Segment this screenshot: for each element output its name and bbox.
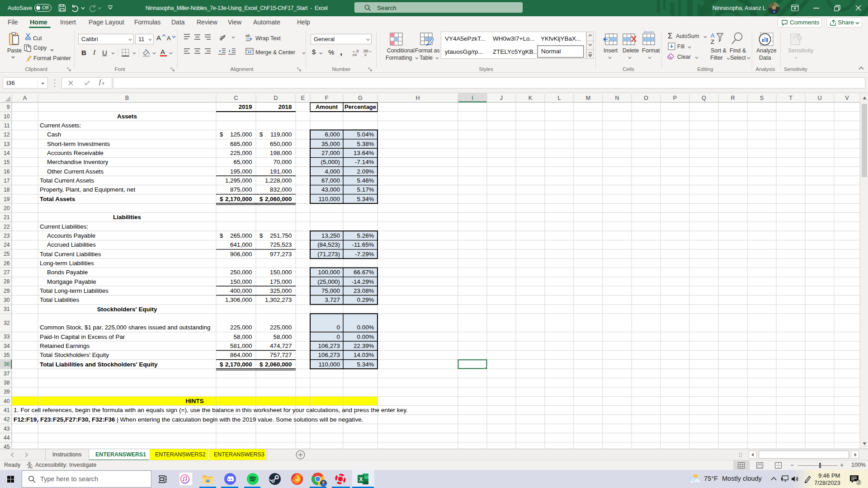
svg-text:977,273: 977,273 (270, 251, 292, 258)
svg-text:195,000: 195,000 (230, 168, 252, 175)
svg-text:864,000: 864,000 (230, 352, 252, 358)
svg-text:H: H (415, 95, 420, 101)
svg-text:65,000: 65,000 (234, 159, 252, 165)
svg-text:28: 28 (4, 278, 10, 285)
svg-text:175,000: 175,000 (270, 278, 292, 285)
svg-text:(71,273): (71,273) (317, 251, 340, 258)
svg-text:L: L (557, 95, 561, 101)
svg-text:23.08%: 23.08% (354, 287, 374, 294)
svg-text:0: 0 (337, 333, 340, 340)
svg-text:Assets: Assets (117, 113, 137, 120)
svg-text:Long-term Liabilities: Long-term Liabilities (40, 260, 94, 267)
svg-text:5.34%: 5.34% (357, 196, 374, 202)
svg-text:13,250: 13,250 (321, 232, 340, 239)
svg-text:R: R (731, 95, 735, 101)
svg-text:$: $ (259, 361, 263, 368)
svg-text:225,000: 225,000 (270, 324, 292, 331)
svg-text:F12:F19, F23:F25,F27:F30, F32:: F12:F19, F23:F25,F27:F30, F32:F36 | When… (14, 416, 363, 423)
svg-text:265,000: 265,000 (230, 232, 252, 239)
svg-text:100,000: 100,000 (318, 269, 340, 276)
svg-text:30: 30 (4, 297, 10, 303)
svg-text:832,000: 832,000 (270, 186, 292, 193)
svg-text:33: 33 (4, 333, 10, 340)
svg-text:$: $ (259, 131, 263, 138)
svg-text:43: 43 (4, 426, 10, 432)
svg-text:20: 20 (4, 205, 10, 211)
svg-text:0.29%: 0.29% (357, 296, 374, 303)
svg-text:5.26%: 5.26% (357, 232, 374, 239)
svg-text:45: 45 (4, 444, 10, 449)
svg-text:42: 42 (4, 416, 10, 422)
svg-text:K: K (528, 95, 533, 101)
svg-text:13: 13 (4, 141, 10, 147)
svg-text:$: $ (220, 232, 223, 239)
svg-text:Accounts Payable: Accounts Payable (47, 232, 95, 239)
svg-text:Accounts Receivable: Accounts Receivable (47, 150, 104, 156)
svg-text:HINTS: HINTS (185, 398, 203, 404)
svg-text:Accrued Liabilities: Accrued Liabilities (47, 241, 96, 248)
svg-text:5.46%: 5.46% (357, 177, 374, 184)
svg-text:J: J (500, 95, 503, 101)
svg-text:325,000: 325,000 (270, 287, 292, 294)
svg-text:A: A (711, 33, 715, 39)
svg-text:18: 18 (4, 187, 10, 193)
svg-text:400,000: 400,000 (230, 287, 252, 294)
svg-text:-14.29%: -14.29% (352, 278, 374, 285)
svg-text:-7.14%: -7.14% (355, 159, 374, 165)
svg-text:Mortgage Payable: Mortgage Payable (47, 278, 96, 285)
svg-text:U: U (817, 95, 821, 101)
svg-text:12: 12 (4, 131, 10, 138)
svg-text:685,000: 685,000 (230, 141, 252, 147)
svg-text:Z: Z (711, 38, 714, 45)
svg-text:6,000: 6,000 (325, 131, 340, 138)
svg-text:150,000: 150,000 (230, 278, 252, 285)
svg-text:36: 36 (4, 361, 10, 367)
svg-text:150,000: 150,000 (270, 269, 292, 276)
svg-text:34: 34 (4, 343, 10, 349)
svg-text:3: 3 (858, 479, 860, 485)
svg-text:906,000: 906,000 (230, 251, 252, 258)
svg-text:Short-term Investments: Short-term Investments (47, 141, 110, 147)
svg-text:0.00%: 0.00% (357, 333, 374, 340)
svg-text:19: 19 (4, 196, 10, 202)
svg-text:581,000: 581,000 (230, 343, 252, 349)
svg-text:13.64%: 13.64% (354, 150, 374, 156)
svg-text:125,000: 125,000 (230, 131, 252, 138)
svg-text:22: 22 (4, 224, 10, 230)
svg-text:-7.29%: -7.29% (355, 251, 374, 258)
svg-text:58,000: 58,000 (234, 333, 252, 340)
svg-text:66.67%: 66.67% (354, 269, 374, 276)
svg-text:(84,523): (84,523) (317, 241, 340, 248)
svg-text:27: 27 (4, 269, 10, 276)
svg-text:P: P (673, 95, 677, 101)
svg-text:Property, Plant, and Equipment: Property, Plant, and Equipment, net (40, 186, 135, 193)
svg-text:23: 23 (4, 233, 10, 239)
svg-text:191,000: 191,000 (270, 168, 292, 175)
svg-text:ab: ab (219, 34, 226, 42)
svg-text:Cash: Cash (47, 131, 61, 138)
svg-text:43,000: 43,000 (321, 186, 340, 193)
svg-text:C: C (234, 95, 238, 101)
svg-text:Total Current Liabilities: Total Current Liabilities (40, 251, 101, 258)
svg-text:Amount: Amount (316, 103, 338, 110)
svg-text:39: 39 (4, 389, 10, 395)
svg-text:44: 44 (4, 435, 10, 441)
svg-text:641,000: 641,000 (230, 241, 252, 248)
svg-text:21: 21 (4, 214, 10, 221)
svg-text:106,273: 106,273 (318, 343, 340, 349)
svg-text:1,302,273: 1,302,273 (265, 296, 292, 303)
svg-text:Stockholders' Equity: Stockholders' Equity (97, 306, 157, 313)
svg-text:725,523: 725,523 (270, 241, 292, 248)
svg-text:27,000: 27,000 (321, 150, 340, 156)
svg-text:→: → (368, 48, 373, 53)
svg-text:(5,000): (5,000) (321, 159, 340, 165)
svg-text:2,060,000: 2,060,000 (265, 361, 292, 368)
svg-text:2018: 2018 (278, 103, 292, 110)
svg-text:2,060,000: 2,060,000 (265, 196, 292, 202)
svg-text:10: 10 (4, 113, 10, 120)
svg-text:O: O (644, 95, 648, 101)
svg-text:$: $ (220, 131, 223, 138)
svg-text:9: 9 (7, 104, 10, 110)
svg-text:1. For cell references, begin: 1. For cell references, begin the formul… (14, 407, 408, 413)
svg-text:Other Current Assets: Other Current Assets (47, 168, 104, 175)
